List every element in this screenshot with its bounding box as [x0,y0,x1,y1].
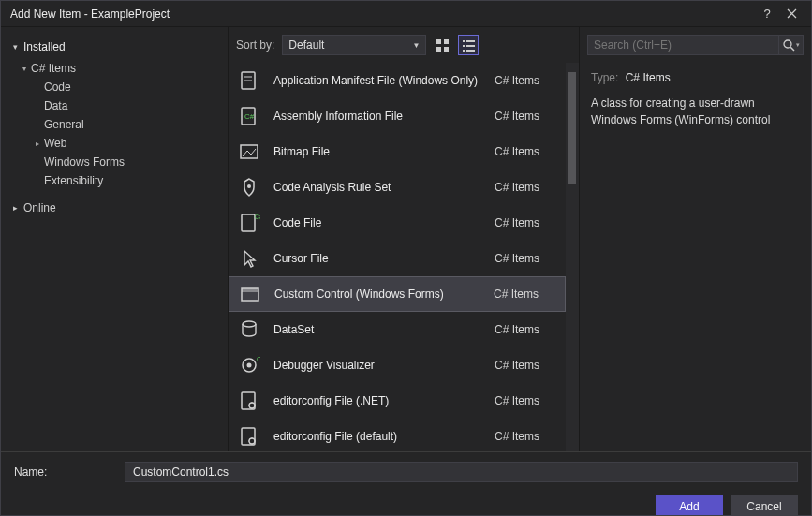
editorconfig-icon [236,423,262,450]
tree-online-label: Online [23,201,56,214]
svg-rect-1 [444,39,449,44]
template-toolbar: Sort by: Default ▼ [229,27,579,63]
template-category: C# Items [495,110,566,123]
add-button[interactable]: Add [656,495,723,516]
svg-point-21 [247,363,252,368]
search-input[interactable] [587,35,779,55]
template-category: C# Items [495,181,566,194]
svg-rect-18 [242,288,258,292]
svg-rect-9 [466,50,475,52]
chevron-right-icon: ▸ [10,203,20,213]
template-name: Cursor File [273,252,483,265]
template-name: Bitmap File [273,145,483,158]
chevron-down-icon: ▾ [10,42,20,52]
svg-rect-6 [463,45,465,47]
tree-csharp-items[interactable]: ▾ C# Items [1,59,228,78]
cancel-button[interactable]: Cancel [731,495,798,516]
tree-item-general[interactable]: General [1,115,228,134]
template-category: C# Items [495,323,566,336]
tree-item-web[interactable]: ▸ Web [1,134,228,153]
tree-item-windows-forms[interactable]: Windows Forms [1,153,228,171]
tree-installed-label: Installed [23,40,66,53]
svg-point-19 [243,321,256,327]
search-icon[interactable]: ▾ [779,35,804,55]
template-item[interactable]: editorconfig File (default) C# Items [229,419,566,451]
customcontrol-icon [237,281,263,307]
svg-rect-3 [444,47,449,52]
template-item[interactable]: DataSet C# Items [229,312,566,347]
close-icon[interactable] [779,4,804,24]
category-tree-pane: ▾ Installed ▾ C# Items Code Data General… [1,27,228,451]
sortby-dropdown[interactable]: Default ▼ [282,35,426,55]
editorconfig-icon [236,388,262,414]
svg-rect-5 [466,40,475,42]
template-name: editorconfig File (.NET) [273,394,483,407]
footer: Name: Add Cancel [1,451,811,516]
template-category: C# Items [495,252,566,265]
tree-csharp-label: C# Items [31,62,76,75]
template-category: C# Items [494,287,565,301]
template-name: Debugger Visualizer [273,359,483,372]
template-category: C# Items [495,74,566,87]
codefile-icon: C# [236,210,262,236]
dropdown-caret-icon: ▾ [796,41,800,49]
chevron-down-icon: ▼ [412,41,420,50]
chevron-down-icon: ▾ [18,65,31,73]
template-name: DataSet [273,323,483,336]
template-item[interactable]: C# Debugger Visualizer C# Items [229,347,566,383]
scrollbar[interactable] [566,63,579,451]
template-item[interactable]: Custom Control (Windows Forms) C# Items [229,276,566,312]
template-item[interactable]: Cursor File C# Items [229,241,566,276]
template-name: Assembly Information File [273,110,483,123]
svg-rect-2 [436,47,441,52]
template-name: Custom Control (Windows Forms) [274,287,482,301]
svg-rect-4 [463,40,465,42]
template-item[interactable]: editorconfig File (.NET) C# Items [229,383,566,419]
manifest-icon [236,67,262,94]
view-tiles-icon[interactable] [432,35,452,55]
tree-item-data[interactable]: Data [1,96,228,115]
template-item[interactable]: C# Assembly Information File C# Items [229,98,566,134]
tree-online[interactable]: ▸ Online [1,201,228,214]
template-list[interactable]: Application Manifest File (Windows Only)… [229,63,566,451]
bitmap-icon [236,139,262,165]
tree-item-code[interactable]: Code [1,78,228,96]
sortby-value: Default [288,38,324,52]
template-pane: Sort by: Default ▼ Application Manifest … [228,27,579,451]
tree-installed[interactable]: ▾ Installed [1,37,228,59]
name-input[interactable] [125,462,798,482]
svg-text:C#: C# [255,214,260,220]
view-list-icon[interactable] [458,35,479,55]
ruleset-icon [236,174,262,200]
svg-rect-8 [463,50,465,52]
template-name: editorconfig File (default) [273,430,483,443]
svg-rect-0 [436,39,441,44]
template-category: C# Items [495,430,566,443]
svg-rect-7 [466,45,475,47]
chevron-right-icon: ▸ [31,140,44,148]
svg-text:C#: C# [257,356,260,362]
sortby-label: Sort by: [234,38,274,52]
template-item[interactable]: C# Code File C# Items [229,205,566,241]
assembly-icon: C# [236,103,262,129]
svg-rect-23 [242,392,255,409]
debugvis-icon: C# [236,352,262,378]
template-item[interactable]: Bitmap File C# Items [229,134,566,170]
help-icon[interactable]: ? [755,4,779,24]
template-item[interactable]: Application Manifest File (Windows Only)… [229,63,566,98]
details-pane: ▾ Type: C# Items A class for creating a … [579,27,811,451]
tree-item-extensibility[interactable]: Extensibility [1,171,228,190]
svg-point-24 [249,403,255,408]
template-name: Code File [273,216,483,229]
svg-point-14 [247,184,251,188]
dataset-icon [236,317,262,343]
window-title: Add New Item - ExampleProject [10,7,755,21]
svg-text:C#: C# [244,112,255,121]
template-name: Code Analysis Rule Set [273,181,483,194]
template-description: A class for creating a user-drawn Window… [591,96,800,128]
title-bar: Add New Item - ExampleProject ? [1,1,811,27]
scroll-thumb[interactable] [568,72,576,184]
svg-rect-25 [242,428,255,445]
template-item[interactable]: Code Analysis Rule Set C# Items [229,170,566,205]
svg-point-26 [249,438,255,444]
